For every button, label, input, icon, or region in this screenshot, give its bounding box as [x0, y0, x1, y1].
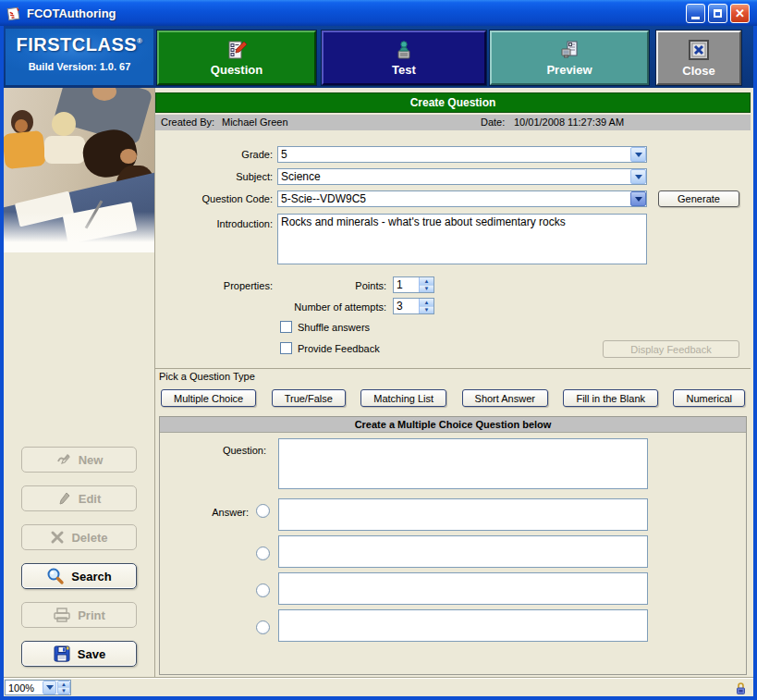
created-by-value: Michael Green — [222, 117, 288, 128]
page-title: Create Question — [155, 92, 751, 113]
grade-select[interactable]: 5 — [277, 146, 647, 163]
app-window: FCOTAuthoring ✕ FIRSTCLASS® Build Versio… — [0, 0, 757, 700]
date-label: Date: — [481, 117, 505, 128]
question-code-select[interactable]: 5-Scie--VDW9C5 — [277, 190, 647, 207]
brand-logo-panel: FIRSTCLASS® Build Version: 1.0. 67 — [6, 29, 153, 85]
subject-label: Subject: — [155, 171, 273, 182]
introduction-textarea[interactable]: Rocks and minerals - what's true about s… — [277, 214, 647, 264]
spinner-arrows-icon[interactable]: ▲▼ — [419, 299, 433, 313]
edit-button: Edit — [21, 485, 137, 511]
provide-feedback-label: Provide Feedback — [298, 343, 409, 354]
print-button: Print — [21, 602, 137, 628]
date-value: 10/01/2008 11:27:39 AM — [514, 117, 624, 128]
boxed-x-icon — [687, 38, 711, 62]
type-true-false-button[interactable]: True/False — [272, 389, 346, 407]
nav-close-button[interactable]: Close — [656, 31, 741, 85]
display-feedback-button: Display Feedback — [603, 340, 739, 358]
main-panel: Create Question Created By: Michael Gree… — [155, 88, 753, 678]
provide-feedback-checkbox[interactable] — [280, 342, 292, 354]
window-controls: ✕ — [686, 4, 751, 23]
answer-input-4[interactable] — [278, 609, 648, 642]
person-monitor-icon — [393, 39, 415, 61]
magnifier-icon — [46, 567, 65, 585]
brand-logo: FIRSTCLASS® — [6, 34, 153, 55]
minimize-icon — [691, 17, 700, 19]
attempts-label: Number of attempts: — [238, 301, 386, 313]
delete-button: Delete — [21, 524, 137, 550]
type-matching-list-button[interactable]: Matching List — [360, 389, 446, 407]
classroom-photo — [4, 88, 154, 252]
padlock-icon — [735, 682, 747, 695]
question-code-label: Question Code: — [155, 193, 273, 204]
attempts-stepper[interactable]: 3 ▲▼ — [393, 298, 434, 314]
meta-bar: Created By: Michael Green Date: 10/01/20… — [155, 115, 751, 130]
nav-preview-button[interactable]: Preview — [490, 31, 649, 85]
build-version: Build Version: 1.0. 67 — [6, 61, 153, 72]
checklist-pencil-icon — [226, 39, 248, 61]
maximize-button[interactable] — [708, 4, 727, 23]
points-label: Points: — [277, 280, 386, 291]
nav-test-button[interactable]: Test — [322, 31, 486, 85]
question-type-buttons: Multiple Choice True/False Matching List… — [161, 389, 745, 408]
answer-radio-1[interactable] — [256, 504, 270, 518]
maximize-icon — [714, 9, 722, 18]
x-icon — [50, 530, 65, 545]
section-divider — [155, 368, 751, 369]
type-multiple-choice-button[interactable]: Multiple Choice — [161, 389, 256, 407]
answer-input-1[interactable] — [278, 498, 648, 531]
chevron-down-icon[interactable] — [630, 147, 646, 162]
question-type-section-label: Pick a Question Type — [159, 371, 255, 382]
zoom-level: 100% — [6, 682, 43, 694]
mc-panel-title: Create a Multiple Choice Question below — [160, 417, 746, 433]
status-bar: 100% ▲▼ — [4, 678, 753, 696]
answer-radio-4[interactable] — [256, 620, 270, 634]
type-fill-blank-button[interactable]: Fill in the Blank — [563, 389, 658, 407]
chevron-down-icon[interactable] — [43, 681, 56, 694]
zoom-control[interactable]: 100% ▲▼ — [5, 680, 71, 695]
chevron-down-icon[interactable] — [630, 191, 646, 206]
multiple-choice-panel: Create a Multiple Choice Question below … — [159, 416, 747, 675]
header-band: FIRSTCLASS® Build Version: 1.0. 67 Quest… — [4, 26, 753, 88]
app-icon — [6, 6, 21, 21]
properties-label: Properties: — [155, 280, 273, 291]
window-title: FCOTAuthoring — [27, 6, 116, 20]
question-textarea[interactable] — [278, 438, 648, 489]
page-monitor-icon — [558, 39, 580, 61]
search-button[interactable]: Search — [21, 563, 137, 589]
close-window-button[interactable]: ✕ — [730, 4, 750, 23]
points-stepper[interactable]: 1 ▲▼ — [393, 276, 434, 293]
title-bar: FCOTAuthoring ✕ — [0, 0, 757, 26]
answer-input-3[interactable] — [278, 572, 648, 605]
scribble-pencil-icon — [55, 452, 72, 467]
answer-input-2[interactable] — [278, 535, 648, 568]
shuffle-answers-label: Shuffle answers — [298, 322, 409, 333]
printer-icon — [53, 607, 71, 623]
type-short-answer-button[interactable]: Short Answer — [462, 389, 548, 407]
generate-button[interactable]: Generate — [658, 190, 739, 207]
shuffle-answers-checkbox[interactable] — [280, 321, 292, 333]
answer-radio-2[interactable] — [256, 546, 270, 560]
pencil-icon — [57, 491, 72, 506]
question-label: Question: — [188, 445, 266, 456]
spinner-arrows-icon[interactable]: ▲▼ — [419, 277, 433, 292]
floppy-disk-icon — [53, 645, 71, 663]
grade-label: Grade: — [155, 149, 273, 160]
chevron-down-icon[interactable] — [630, 169, 646, 184]
subject-select[interactable]: Science — [277, 168, 647, 185]
created-by-label: Created By: — [161, 117, 214, 128]
sidebar: New Edit Delete Search — [4, 88, 155, 678]
spinner-arrows-icon[interactable]: ▲▼ — [57, 681, 70, 694]
answer-label: Answer: — [188, 507, 249, 518]
minimize-button[interactable] — [686, 4, 705, 23]
save-button[interactable]: Save — [21, 641, 137, 667]
new-button: New — [21, 447, 137, 473]
answer-radio-3[interactable] — [256, 583, 270, 597]
type-numerical-button[interactable]: Numerical — [673, 389, 745, 407]
nav-question-button[interactable]: Question — [157, 31, 316, 85]
introduction-label: Introduction: — [155, 218, 273, 229]
